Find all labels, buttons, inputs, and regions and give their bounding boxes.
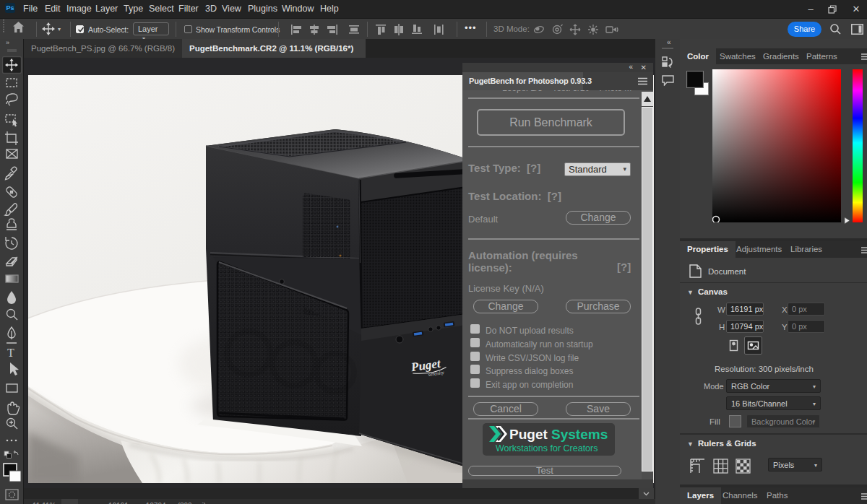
svg-text:T: T	[7, 347, 14, 359]
svg-text:»: »	[6, 39, 9, 46]
